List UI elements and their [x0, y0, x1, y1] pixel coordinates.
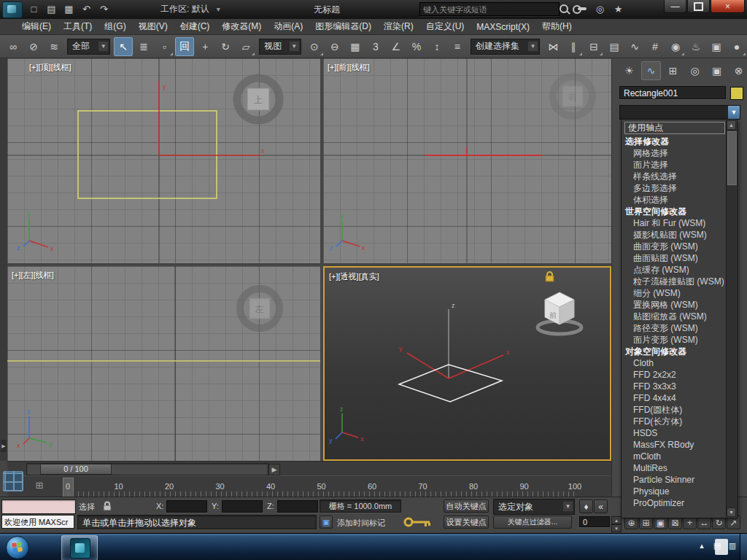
time-slider[interactable]: ◀ 0 / 100 ▶ — [7, 461, 611, 476]
undo-icon[interactable]: ↶ — [79, 1, 94, 16]
viewport-top[interactable]: [+][顶][线框] y x y x z 上 — [7, 58, 320, 263]
use-pivot-center-icon[interactable]: ⊙ — [305, 37, 324, 56]
window-crossing-icon[interactable]: 回 — [175, 37, 194, 56]
modifier-item[interactable]: ProOptimizer — [623, 497, 727, 509]
set-key-icon[interactable] — [403, 516, 435, 529]
spinner-snap-icon[interactable]: ↕ — [427, 37, 446, 56]
display-tab[interactable]: ▣ — [707, 61, 727, 80]
modifier-item[interactable]: MassFX RBody — [623, 439, 727, 451]
modifier-item[interactable]: 置换网格 (WSM) — [623, 299, 727, 311]
favorites-icon[interactable]: ★ — [611, 1, 626, 16]
transform-gizmo[interactable]: z x y — [399, 302, 510, 378]
region-select-icon[interactable]: ▫ — [155, 37, 174, 56]
spinner-up-icon[interactable]: ▲ — [611, 516, 622, 524]
select-object-icon[interactable]: ↖ — [114, 37, 133, 56]
start-button[interactable] — [6, 536, 29, 559]
select-by-name-icon[interactable]: ≣ — [134, 37, 153, 56]
material-editor-icon[interactable]: ◉ — [666, 37, 685, 56]
select-and-manipulate-icon[interactable]: ⊖ — [325, 37, 344, 56]
add-time-tag-label[interactable]: 添加时间标记 — [337, 518, 385, 529]
viewcube-gizmo[interactable]: 上 — [237, 78, 279, 120]
modifier-item[interactable]: FFD 3x3x3 — [623, 381, 727, 392]
set-key-button[interactable]: 设置关键点 — [444, 516, 489, 529]
application-menu-button[interactable] — [2, 1, 23, 18]
shape-edge-on[interactable] — [425, 147, 542, 155]
menu-item-10[interactable]: 自定义(U) — [426, 20, 465, 33]
modifier-item[interactable]: 网格选择 — [623, 147, 727, 159]
selection-filter-combo[interactable]: 全部 — [67, 39, 110, 55]
expand-panel-arrow[interactable]: ▶ — [1, 440, 7, 452]
goto-start-icon[interactable]: « — [594, 499, 608, 513]
modifier-item[interactable]: FFD 2x2x2 — [623, 369, 727, 381]
communication-center-icon[interactable]: ◎ — [592, 1, 608, 16]
modifier-item[interactable]: 曲面贴图 (WSM) — [623, 252, 727, 264]
menu-item-8[interactable]: 图形编辑器(D) — [315, 20, 371, 33]
curve-editor-icon[interactable]: ∿ — [625, 37, 644, 56]
menu-item-3[interactable]: 组(G) — [104, 20, 125, 33]
reference-coordinate-combo[interactable]: 视图 — [259, 39, 301, 55]
z-coordinate-field[interactable] — [277, 500, 318, 513]
maximize-button[interactable] — [687, 0, 710, 13]
percent-snap-icon[interactable]: % — [407, 37, 426, 56]
modifier-item[interactable]: Cloth — [623, 357, 727, 369]
close-button[interactable]: × — [711, 0, 745, 13]
menu-item-1[interactable]: 编辑(E) — [22, 20, 51, 33]
bind-spacewarp-icon[interactable]: ≋ — [44, 37, 63, 56]
viewport-perspective-canvas[interactable]: z x y z x y 前 — [325, 268, 610, 459]
infocenter-search-input[interactable] — [419, 2, 560, 16]
y-coordinate-field[interactable] — [222, 500, 263, 513]
modifier-list-combo[interactable]: ▼ — [619, 105, 740, 120]
viewport-left[interactable]: [+][左][线框] z y x 左 — [7, 266, 320, 461]
modifier-item[interactable]: 体积选择 — [623, 194, 727, 206]
menu-item-2[interactable]: 工具(T) — [63, 20, 92, 33]
menu-item-9[interactable]: 渲染(R) — [384, 20, 414, 33]
menu-item-12[interactable]: 帮助(H) — [542, 20, 572, 33]
next-frame-arrow[interactable]: ▶ — [268, 464, 280, 475]
modifier-item[interactable]: 路径变形 (WSM) — [623, 322, 727, 334]
modifier-item[interactable]: mCloth — [623, 451, 727, 462]
viewport-left-canvas[interactable]: z y x 左 — [7, 266, 320, 461]
graphite-ribbon-icon[interactable]: ▤ — [605, 37, 624, 56]
scrollbar-thumb[interactable] — [727, 131, 737, 185]
scroll-up-icon[interactable]: ▲ — [727, 120, 736, 130]
viewport-layout-tabs-icon[interactable] — [3, 471, 23, 491]
selection-lock-toggle-icon[interactable] — [102, 500, 112, 511]
x-coordinate-field[interactable] — [166, 500, 207, 513]
modifier-item[interactable]: MultiRes — [623, 462, 727, 474]
viewport-top-canvas[interactable]: y x y x z 上 — [7, 58, 320, 263]
open-file-icon[interactable]: ▤ — [44, 1, 59, 16]
track-bar[interactable]: 0102030405060708090100 — [7, 475, 611, 498]
viewport-front-label[interactable]: [+][前][线框] — [328, 62, 370, 73]
render-production-icon[interactable]: ● — [727, 37, 746, 56]
viewport-front-canvas[interactable]: y x z 前 — [323, 58, 611, 263]
viewcube-gizmo[interactable]: 左 — [240, 289, 279, 328]
select-and-move-icon[interactable]: + — [196, 37, 214, 56]
named-selection-set-combo[interactable]: 创建选择集 — [471, 39, 540, 55]
rendered-frame-icon[interactable]: ▣ — [707, 37, 726, 56]
key-icon[interactable] — [574, 1, 589, 16]
workspace-combo[interactable]: 工作区: 默认 — [155, 2, 222, 15]
new-scene-icon[interactable]: □ — [26, 1, 42, 16]
motion-tab[interactable]: ◎ — [685, 61, 705, 80]
modifier-list-scrollbar[interactable]: ▲ ▼ — [726, 120, 736, 517]
object-name-field[interactable]: Rectangle001 — [619, 86, 726, 99]
scroll-down-icon[interactable]: ▼ — [727, 508, 736, 517]
modifier-item[interactable]: FFD(圆柱体) — [623, 404, 727, 416]
modifier-item[interactable]: 细分 (WSM) — [623, 287, 727, 299]
modifier-item[interactable]: 贴图缩放器 (WSM) — [623, 311, 727, 322]
create-tab[interactable]: ☀ — [619, 61, 639, 80]
select-and-scale-icon[interactable]: ▱ — [236, 37, 255, 56]
search-icon[interactable] — [556, 1, 571, 16]
viewport-perspective[interactable]: [+][透视][真实] z x y z x y — [323, 266, 611, 461]
align-icon[interactable]: ∥ — [564, 37, 583, 56]
menu-item-5[interactable]: 创建(C) — [180, 20, 210, 33]
show-desktop-button[interactable] — [740, 534, 747, 560]
viewport-top-label[interactable]: [+][顶][线框] — [29, 62, 71, 73]
modifier-item[interactable]: 粒子流碰撞贴图 (WSM) — [623, 276, 727, 287]
auto-key-button[interactable]: 自动关键点 — [444, 499, 489, 513]
open-mini-curve-editor-icon[interactable]: ⊞ — [32, 478, 47, 492]
spinner-down-icon[interactable]: ▼ — [611, 524, 622, 532]
time-slider-thumb[interactable]: 0 / 100 — [40, 464, 112, 475]
current-frame-field[interactable]: 0 — [579, 516, 610, 527]
modifier-item[interactable]: 样条线选择 — [623, 171, 727, 182]
